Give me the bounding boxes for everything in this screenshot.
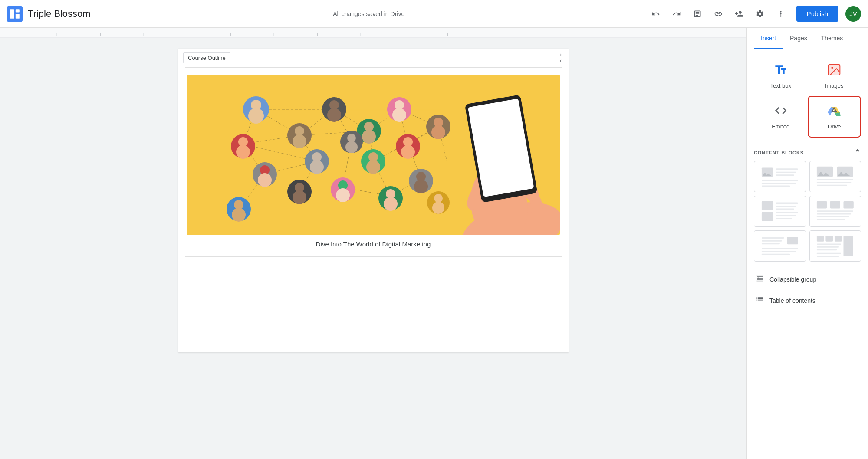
svg-text:|: | [360, 32, 361, 36]
svg-point-54 [362, 130, 376, 144]
ruler: || || || || || [0, 28, 746, 38]
svg-rect-1 [10, 9, 14, 19]
insert-embed[interactable]: Embed [754, 96, 808, 138]
svg-point-78 [232, 208, 246, 222]
svg-rect-127 [776, 215, 796, 216]
svg-rect-151 [817, 256, 839, 257]
preview-button[interactable] [689, 5, 706, 23]
tab-themes[interactable]: Themes [814, 28, 850, 49]
undo-button[interactable] [647, 5, 664, 23]
images-icon [827, 63, 841, 80]
svg-point-108 [832, 67, 833, 69]
svg-rect-128 [776, 218, 792, 219]
block-thumb-3[interactable] [754, 196, 806, 227]
hero-image[interactable] [187, 75, 560, 235]
svg-rect-139 [787, 237, 798, 244]
svg-rect-110 [776, 168, 798, 170]
svg-rect-114 [762, 183, 796, 184]
svg-rect-113 [762, 180, 798, 181]
svg-rect-123 [776, 202, 798, 204]
block-thumb-1[interactable] [754, 161, 806, 192]
publish-button[interactable]: Publish [796, 6, 838, 22]
svg-rect-137 [762, 240, 782, 242]
header-actions: Publish JV [647, 5, 861, 23]
add-collaborator-button[interactable] [730, 5, 748, 23]
svg-rect-2 [16, 9, 20, 12]
more-options-button[interactable] [772, 5, 789, 23]
svg-rect-141 [762, 251, 796, 252]
insert-drive[interactable]: Drive [808, 96, 861, 138]
redo-button[interactable] [668, 5, 685, 23]
svg-rect-3 [16, 14, 20, 19]
svg-point-60 [431, 125, 445, 139]
svg-text:|: | [447, 32, 448, 36]
content-blocks-collapse[interactable]: ⌃ [854, 148, 861, 157]
block-thumb-6[interactable] [809, 230, 861, 262]
svg-rect-130 [830, 201, 840, 209]
block-thumb-2[interactable] [809, 161, 861, 192]
expand-right-arrow[interactable]: › [560, 52, 562, 57]
svg-rect-136 [762, 237, 784, 239]
collapsible-group-item[interactable]: ⇕ Collapsible group [747, 269, 868, 290]
tab-pages[interactable]: Pages [783, 28, 814, 49]
images-label: Images [825, 82, 844, 89]
svg-point-95 [434, 194, 443, 203]
svg-rect-134 [817, 216, 849, 217]
svg-point-47 [295, 126, 304, 136]
avatar[interactable]: JV [845, 6, 861, 22]
sidebar-tabs: Insert Pages Themes [747, 28, 868, 49]
svg-rect-146 [844, 236, 853, 256]
tab-insert[interactable]: Insert [754, 28, 783, 49]
svg-rect-143 [817, 236, 824, 242]
svg-rect-129 [817, 201, 827, 209]
drive-icon [827, 104, 841, 121]
svg-point-45 [248, 108, 264, 124]
svg-point-96 [432, 202, 444, 214]
save-status: All changes saved in Drive [91, 10, 647, 17]
insert-textbox[interactable]: Text box [754, 56, 808, 96]
svg-point-81 [258, 173, 272, 187]
svg-rect-149 [817, 249, 837, 250]
insert-images[interactable]: Images [808, 56, 861, 96]
toc-item[interactable]: Table of contents [747, 290, 868, 311]
svg-point-103 [531, 207, 541, 227]
svg-rect-140 [762, 248, 798, 249]
svg-point-90 [384, 197, 398, 211]
link-button[interactable] [710, 5, 727, 23]
svg-rect-135 [817, 219, 845, 220]
embed-label: Embed [772, 123, 789, 130]
svg-rect-0 [7, 6, 23, 22]
block-thumb-4[interactable] [809, 196, 861, 227]
svg-text:|: | [100, 32, 101, 36]
svg-rect-121 [762, 201, 773, 210]
blocks-grid [747, 161, 868, 269]
course-outline-button[interactable]: Course Outline [183, 52, 230, 63]
svg-rect-132 [817, 210, 853, 212]
svg-text:⇕: ⇕ [757, 276, 760, 280]
settings-button[interactable] [751, 5, 769, 23]
svg-text:|: | [230, 32, 231, 36]
collapsible-icon: ⇕ [756, 274, 764, 285]
svg-rect-119 [817, 182, 851, 183]
svg-point-72 [366, 160, 380, 174]
textbox-icon [774, 63, 788, 80]
svg-rect-115 [762, 186, 790, 187]
image-caption: Dive Into The World of Digital Marketing [316, 235, 431, 256]
svg-point-75 [401, 145, 415, 159]
svg-rect-124 [776, 206, 796, 207]
collapse-left-arrow[interactable]: ‹ [560, 58, 562, 63]
svg-rect-111 [776, 172, 796, 173]
svg-rect-147 [817, 243, 841, 245]
insert-items-grid: Text box Images Embed [747, 49, 868, 144]
svg-text:|: | [187, 32, 187, 36]
block-thumb-5[interactable] [754, 230, 806, 262]
svg-rect-148 [817, 246, 839, 248]
image-section: Dive Into The World of Digital Marketing [178, 68, 569, 256]
content-blocks-header: CONTENT BLOCKS ⌃ [747, 144, 868, 161]
main-area: || || || || || Course Outline › ‹ [0, 28, 868, 459]
svg-text:|: | [56, 32, 57, 36]
svg-rect-150 [817, 253, 841, 254]
svg-rect-144 [826, 236, 833, 242]
svg-rect-122 [762, 212, 773, 221]
drive-label: Drive [828, 123, 841, 130]
